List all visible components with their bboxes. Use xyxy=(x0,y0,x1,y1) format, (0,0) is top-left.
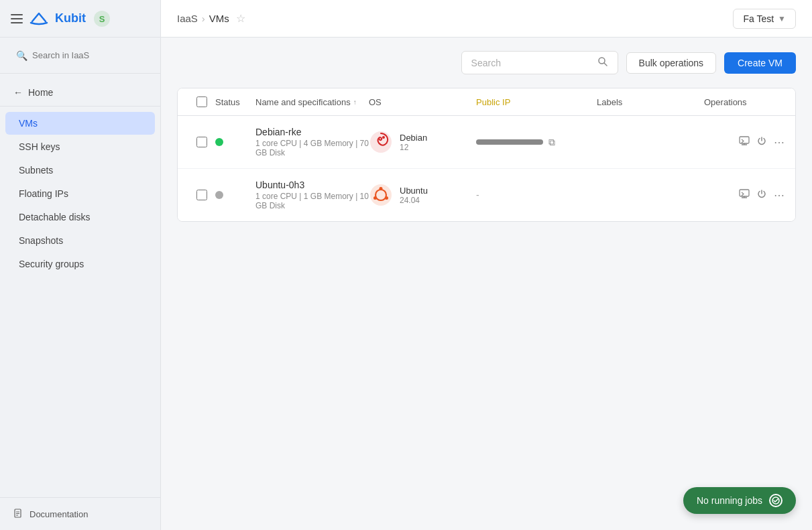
sidebar-divider xyxy=(0,106,160,107)
create-vm-button[interactable]: Create VM xyxy=(724,52,796,74)
operations-cell-debian: ⋯ xyxy=(704,135,785,149)
column-public-ip: Public IP xyxy=(476,97,597,107)
svg-rect-10 xyxy=(740,137,749,143)
table-header: Status Name and specifications ↑ OS Publ… xyxy=(178,88,795,116)
sidebar-documentation[interactable]: Documentation xyxy=(0,497,160,530)
search-icon[interactable] xyxy=(597,56,608,69)
more-options-icon-debian[interactable]: ⋯ xyxy=(774,136,785,149)
content-area: Bulk operations Create VM Status Name an… xyxy=(161,38,812,530)
os-name-ubuntu: Ubuntu xyxy=(400,186,428,196)
column-name-specs[interactable]: Name and specifications ↑ xyxy=(255,97,369,107)
topbar: IaaS › VMs ☆ Fa Test ▼ xyxy=(161,0,812,38)
debian-logo-icon xyxy=(369,130,393,154)
ubuntu-logo-icon xyxy=(369,183,393,207)
status-cell-debian xyxy=(215,138,255,146)
sidebar-item-floating-ips-label: Floating IPs xyxy=(19,188,68,199)
hamburger-menu-icon[interactable] xyxy=(11,14,23,23)
sidebar-nav: ← Home VMs SSH keys Subnets Floating IPs… xyxy=(0,74,160,497)
vm-specs-debian: 1 core CPU | 4 GB Memory | 70 GB Disk xyxy=(255,139,369,157)
vm-name-debian[interactable]: Debian-rke xyxy=(255,127,369,137)
select-all-checkbox-cell[interactable] xyxy=(188,96,215,107)
search-box xyxy=(461,51,618,74)
svg-point-9 xyxy=(382,136,385,139)
sidebar-item-snapshots-label: Snapshots xyxy=(19,235,63,246)
breadcrumb-current: VMs xyxy=(209,13,229,24)
sidebar-item-security-groups-label: Security groups xyxy=(19,259,84,269)
sidebar-item-subnets-label: Subnets xyxy=(19,165,53,176)
copy-icon-debian[interactable]: ⧉ xyxy=(548,137,555,148)
breadcrumb-parent[interactable]: IaaS xyxy=(177,13,198,24)
status-dot-stopped xyxy=(215,191,223,199)
os-cell-debian: Debian 12 xyxy=(369,130,476,154)
app-name: Kubit xyxy=(55,11,86,25)
sort-icon: ↑ xyxy=(353,98,357,106)
ip-badge-debian xyxy=(476,139,543,145)
status-badge-label: No running jobs xyxy=(697,495,762,506)
sidebar-item-floating-ips[interactable]: Floating IPs xyxy=(5,182,155,205)
status-cell-ubuntu xyxy=(215,191,255,199)
os-version-ubuntu: 24.04 xyxy=(400,196,428,205)
table-row: Ubuntu-0h3 1 core CPU | 1 GB Memory | 10… xyxy=(178,169,795,221)
sidebar-item-vms-label: VMs xyxy=(19,118,38,129)
toolbar: Bulk operations Create VM xyxy=(177,51,796,74)
vm-name-ubuntu[interactable]: Ubuntu-0h3 xyxy=(255,180,369,190)
sidebar-home-item[interactable]: ← Home xyxy=(0,82,160,103)
app-logo-icon xyxy=(30,9,48,28)
more-options-icon-ubuntu[interactable]: ⋯ xyxy=(774,189,785,202)
secondary-logo-icon: S xyxy=(93,9,111,28)
favorite-star-icon[interactable]: ☆ xyxy=(236,12,245,25)
os-info-debian: Debian 12 xyxy=(400,133,427,152)
svg-point-16 xyxy=(373,196,377,200)
sidebar-item-security-groups[interactable]: Security groups xyxy=(5,253,155,275)
sidebar-item-snapshots[interactable]: Snapshots xyxy=(5,229,155,252)
chevron-down-icon: ▼ xyxy=(778,14,786,23)
ip-cell-ubuntu: - xyxy=(476,190,597,200)
vm-specs-ubuntu: 1 core CPU | 1 GB Memory | 10 GB Disk xyxy=(255,192,369,210)
vm-name-cell-ubuntu: Ubuntu-0h3 1 core CPU | 1 GB Memory | 10… xyxy=(255,180,369,210)
svg-rect-18 xyxy=(740,190,749,196)
sidebar-item-detachable-disks-label: Detachable disks xyxy=(19,212,91,222)
operations-cell-ubuntu: ⋯ xyxy=(704,188,785,202)
breadcrumb-separator: › xyxy=(202,13,205,24)
select-all-checkbox[interactable] xyxy=(196,96,207,107)
row-checkbox-ubuntu[interactable] xyxy=(196,190,207,200)
sidebar-search-input[interactable] xyxy=(11,46,150,65)
documentation-icon xyxy=(13,509,24,519)
sidebar-item-ssh-keys[interactable]: SSH keys xyxy=(5,135,155,158)
topbar-right: Fa Test ▼ xyxy=(733,9,796,29)
table-row: Debian-rke 1 core CPU | 4 GB Memory | 70… xyxy=(178,116,795,169)
sidebar-header: Kubit S xyxy=(0,0,160,38)
sidebar-documentation-label: Documentation xyxy=(30,509,88,519)
row-checkbox-cell-ubuntu[interactable] xyxy=(188,190,215,200)
vm-table: Status Name and specifications ↑ OS Publ… xyxy=(177,88,796,222)
os-info-ubuntu: Ubuntu 24.04 xyxy=(400,186,428,205)
svg-line-7 xyxy=(604,63,607,66)
svg-point-8 xyxy=(370,131,392,153)
search-input[interactable] xyxy=(471,58,592,68)
os-cell-ubuntu: Ubuntu 24.04 xyxy=(369,183,476,207)
breadcrumb: IaaS › VMs ☆ xyxy=(177,12,245,25)
ip-cell-debian: ⧉ xyxy=(476,137,597,148)
project-selector[interactable]: Fa Test ▼ xyxy=(733,9,796,29)
status-dot-running xyxy=(215,138,223,146)
sidebar-item-ssh-keys-label: SSH keys xyxy=(19,141,60,152)
svg-point-15 xyxy=(380,187,383,190)
console-icon-ubuntu[interactable] xyxy=(739,188,750,202)
home-back-arrow: ← xyxy=(13,87,23,98)
row-checkbox-debian[interactable] xyxy=(196,137,207,147)
bulk-operations-button[interactable]: Bulk operations xyxy=(626,52,717,74)
vm-name-cell-debian: Debian-rke 1 core CPU | 4 GB Memory | 70… xyxy=(255,127,369,157)
os-version-debian: 12 xyxy=(400,143,427,152)
sidebar-item-detachable-disks[interactable]: Detachable disks xyxy=(5,206,155,228)
column-operations: Operations xyxy=(704,97,785,107)
power-icon-debian[interactable] xyxy=(756,135,767,149)
main-content: IaaS › VMs ☆ Fa Test ▼ xyxy=(161,0,812,530)
row-checkbox-cell-debian[interactable] xyxy=(188,137,215,147)
sidebar: Kubit S 🔍 ← Home VMs SSH keys Subnets Fl… xyxy=(0,0,161,530)
sidebar-item-subnets[interactable]: Subnets xyxy=(5,159,155,182)
ip-dash-ubuntu: - xyxy=(476,190,479,200)
os-name-debian: Debian xyxy=(400,133,427,143)
console-icon-debian[interactable] xyxy=(739,135,750,149)
sidebar-item-vms[interactable]: VMs xyxy=(5,112,155,135)
power-icon-ubuntu[interactable] xyxy=(756,188,767,202)
